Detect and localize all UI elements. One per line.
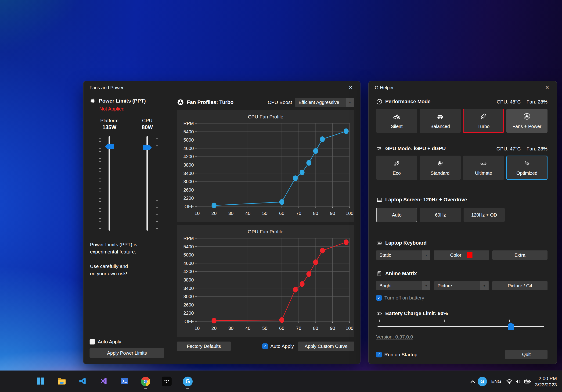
battery-charging-icon[interactable]	[523, 375, 531, 388]
checkbox-checked-icon[interactable]: ✓	[376, 295, 382, 301]
svg-text:OFF: OFF	[185, 204, 194, 209]
anime-brightness-dropdown[interactable]: Bright ▾	[376, 281, 430, 290]
bicycle-icon	[393, 112, 401, 122]
anime-picture-gif-button[interactable]: Picture / Gif	[492, 281, 548, 290]
svg-text:3800: 3800	[184, 277, 194, 282]
keyboard-extra-button[interactable]: Extra	[492, 250, 548, 260]
cpu-power-slider[interactable]	[130, 136, 165, 231]
battery-slider-track[interactable]	[377, 326, 544, 327]
platform-power-slider[interactable]	[92, 136, 127, 231]
svg-text:80: 80	[313, 326, 318, 331]
gpu-optimized-button[interactable]: Optimized	[506, 156, 548, 180]
visual-studio-button[interactable]	[96, 374, 111, 389]
gpu-standard-button[interactable]: Standard	[420, 156, 461, 180]
platform-slider-label: Platform	[92, 118, 127, 123]
gpu-mode-heading: GPU Mode: iGPU + dGPU	[376, 146, 446, 152]
start-button[interactable]	[33, 374, 48, 389]
svg-text:50: 50	[262, 326, 268, 331]
g-helper-window: G-Helper ✕ Performance Mode CPU: 48°C - …	[368, 81, 557, 364]
factory-defaults-button[interactable]: Factory Defaults	[177, 342, 231, 351]
platform-slider-thumb[interactable]	[105, 144, 114, 149]
svg-text:RPM: RPM	[184, 236, 194, 241]
svg-text:20: 20	[211, 326, 216, 331]
chevron-down-icon[interactable]: ▾	[346, 98, 354, 107]
mode-turbo-button[interactable]: Turbo	[463, 109, 504, 133]
battery-charge-slider[interactable]	[377, 320, 544, 330]
chrome-button[interactable]	[138, 374, 153, 389]
vscode-button[interactable]	[75, 374, 90, 389]
vscode-icon	[78, 377, 87, 386]
powershell-icon	[120, 376, 129, 387]
power-limits-heading: Power Limits (PPT)	[90, 98, 172, 104]
platform-slider-track[interactable]	[109, 136, 110, 231]
tidal-button[interactable]	[159, 374, 174, 389]
apply-power-limits-button[interactable]: Apply Power Limits	[90, 348, 164, 358]
svg-text:5000: 5000	[184, 252, 194, 258]
mode-balanced-button[interactable]: Balanced	[420, 109, 461, 133]
power-limits-note-2: Use carefully and on your own risk!	[90, 263, 172, 277]
keyboard-color-button[interactable]: Color	[434, 250, 489, 260]
keyboard-mode-dropdown[interactable]: Static ▾	[376, 250, 430, 260]
svg-text:70: 70	[296, 211, 301, 216]
gpu-fan-chart[interactable]: 102030405060708090100OFF2200260030003400…	[177, 235, 354, 336]
wifi-icon[interactable]	[506, 375, 513, 388]
volume-icon[interactable]	[515, 375, 522, 388]
chevron-down-icon[interactable]: ▾	[422, 250, 430, 260]
screen-120hz-od-button[interactable]: 120Hz + OD	[464, 208, 505, 222]
gpu-ultimate-button[interactable]: Ultimate	[463, 156, 504, 180]
svg-text:10: 10	[195, 211, 200, 216]
tray-date: 3/23/2023	[535, 381, 557, 388]
svg-text:4200: 4200	[184, 269, 194, 274]
screen-auto-button[interactable]: Auto	[376, 208, 417, 222]
cpu-slider-track[interactable]	[147, 136, 148, 231]
tray-g-helper-icon[interactable]: G	[478, 375, 487, 388]
anime-matrix-heading: Anime Matrix	[376, 270, 417, 277]
curve-auto-apply-checkbox[interactable]: ✓ Auto Apply	[262, 343, 294, 349]
svg-text:4600: 4600	[184, 261, 194, 266]
mode-silent-button[interactable]: Silent	[376, 109, 417, 133]
cpu-fan-chart[interactable]: 102030405060708090100OFF2200260030003400…	[177, 120, 354, 221]
cpu-slider-ticks	[156, 138, 158, 229]
chevron-down-icon[interactable]: ▾	[480, 281, 489, 290]
checkbox-checked-icon[interactable]: ✓	[262, 343, 268, 349]
power-auto-apply-checkbox[interactable]: Auto Apply	[90, 339, 172, 345]
svg-text:5400: 5400	[184, 244, 194, 249]
g-helper-button[interactable]: G	[180, 374, 195, 389]
gpu-eco-button[interactable]: Eco	[376, 156, 417, 180]
fans-window-title: Fans and Power	[90, 85, 124, 90]
language-indicator[interactable]: ENG	[488, 375, 504, 388]
file-explorer-button[interactable]	[54, 374, 69, 389]
cpu-boost-dropdown[interactable]: Efficient Aggressive ▾	[295, 98, 354, 107]
anime-battery-off-checkbox[interactable]: ✓ Turn off on battery	[376, 295, 548, 301]
taskbar: G G ENG 2:00 PM 3/23/2023	[0, 370, 562, 392]
gamepad-icon	[480, 159, 487, 168]
terminal-button[interactable]	[117, 374, 132, 389]
run-on-startup-checkbox[interactable]: ✓ Run on Startup	[376, 352, 417, 358]
screen-60hz-button[interactable]: 60Hz	[420, 208, 461, 222]
mode-fans-power-button[interactable]: Fans + Power	[506, 109, 548, 133]
svg-text:90: 90	[330, 326, 335, 331]
cpu-fan-chart-title: CPU Fan Profile	[177, 110, 354, 120]
cpu-slider-thumb[interactable]	[143, 145, 152, 150]
version-link[interactable]: Version: 0.37.0.0	[376, 334, 413, 340]
battery-slider-thumb[interactable]	[508, 322, 514, 330]
svg-text:100: 100	[346, 211, 353, 216]
close-icon[interactable]: ✕	[544, 84, 550, 91]
tray-clock[interactable]: 2:00 PM 3/23/2023	[533, 375, 558, 388]
close-icon[interactable]: ✕	[347, 84, 354, 91]
battery-charge-heading: Battery Charge Limit: 90%	[376, 311, 448, 317]
screen-refresh-buttons: Auto 60Hz 120Hz + OD	[376, 208, 548, 222]
platform-slider-value: 135W	[92, 124, 127, 131]
gpu-temp-fan-status: GPU: 47°C - Fan: 28%	[497, 146, 548, 152]
apply-custom-curve-button[interactable]: Apply Custom Curve	[298, 342, 354, 351]
svg-text:50: 50	[262, 211, 268, 216]
quit-button[interactable]: Quit	[505, 350, 548, 359]
tray-chevron-up-icon[interactable]	[469, 375, 476, 388]
svg-text:OFF: OFF	[185, 319, 194, 324]
checkbox-unchecked-icon[interactable]	[90, 339, 95, 345]
checkbox-checked-icon[interactable]: ✓	[376, 352, 382, 358]
anime-content-dropdown[interactable]: Picture ▾	[434, 281, 489, 290]
svg-text:60: 60	[279, 326, 284, 331]
tray-time: 2:00 PM	[535, 375, 557, 381]
chevron-down-icon[interactable]: ▾	[422, 281, 430, 290]
